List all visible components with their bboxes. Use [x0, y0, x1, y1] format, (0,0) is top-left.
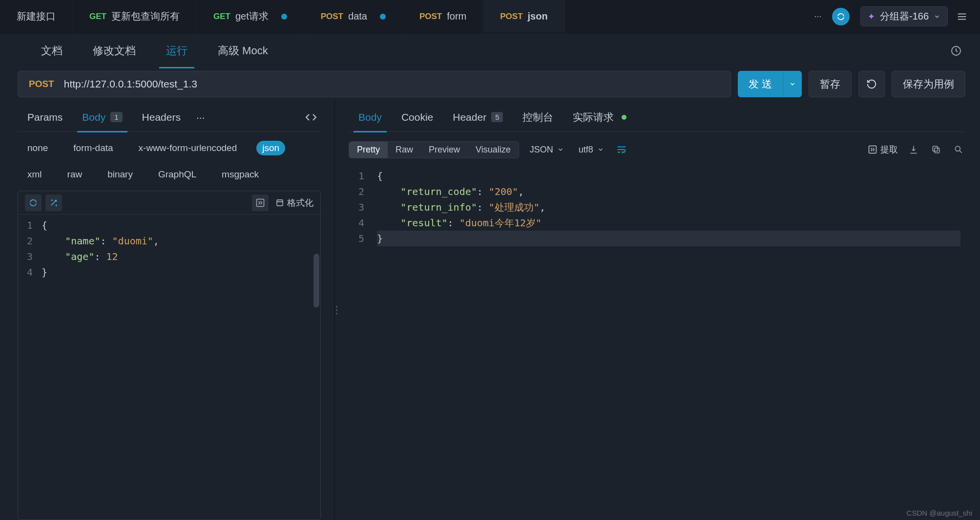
- tab-more-icon[interactable]: ···: [190, 103, 211, 132]
- tab-title: json: [528, 11, 548, 22]
- editor-scrollbar[interactable]: [313, 254, 319, 307]
- watermark-label: CSDN @august_shi: [907, 509, 972, 517]
- body-type-binary[interactable]: binary: [102, 167, 139, 182]
- header-count-badge: 5: [491, 112, 503, 122]
- unsaved-dot-icon: [281, 14, 287, 20]
- tab-title: 新建接口: [17, 10, 56, 23]
- send-dropdown-button[interactable]: [783, 71, 802, 97]
- reset-button[interactable]: [858, 71, 885, 97]
- response-format-select[interactable]: JSON: [526, 145, 568, 155]
- request-method-label[interactable]: POST: [29, 79, 54, 89]
- resp-tab-body-label: Body: [358, 111, 382, 123]
- tab-params-label: Params: [27, 111, 63, 123]
- url-bar[interactable]: POST http://127.0.0.1:5000/test_1.3: [18, 71, 731, 97]
- refresh-icon[interactable]: [832, 8, 850, 25]
- resp-tab-cookie[interactable]: Cookie: [392, 103, 443, 132]
- response-charset-select[interactable]: utf8: [575, 145, 608, 155]
- subnav-运行[interactable]: 运行: [154, 33, 199, 68]
- resp-tab-cookie-label: Cookie: [401, 111, 433, 123]
- tab-title: form: [447, 11, 466, 22]
- subnav-高级 Mock[interactable]: 高级 Mock: [206, 33, 280, 68]
- body-type-msgpack[interactable]: msgpack: [216, 167, 265, 182]
- body-count-badge: 1: [110, 112, 122, 122]
- resp-tab-console[interactable]: 控制台: [513, 103, 563, 132]
- response-inner-tabs: Body Cookie Header5 控制台 实际请求: [349, 103, 965, 132]
- subnav-文档[interactable]: 文档: [29, 33, 74, 68]
- body-type-selector: noneform-datax-www-form-urlencodedjsonxm…: [18, 132, 321, 186]
- wrap-toggle-icon[interactable]: [615, 143, 628, 156]
- more-tabs-icon[interactable]: ···: [809, 7, 827, 26]
- tab-title: 更新包查询所有: [111, 10, 180, 23]
- top-tab-strip: 新建接口GET更新包查询所有GETget请求POSTdataPOSTformPO…: [0, 0, 980, 33]
- tab-headers[interactable]: Headers: [132, 103, 190, 132]
- save-draft-button[interactable]: 暂存: [809, 71, 852, 97]
- subnav-修改文档[interactable]: 修改文档: [81, 33, 147, 68]
- tab-params[interactable]: Params: [18, 103, 72, 132]
- svg-point-6: [955, 146, 960, 151]
- request-code-area[interactable]: 1234 { "name": "duomi", "age": 12}: [18, 215, 320, 520]
- response-format-label: JSON: [530, 145, 553, 155]
- top-tab-2[interactable]: GETget请求: [197, 0, 304, 33]
- view-mode-visualize[interactable]: Visualize: [468, 142, 519, 158]
- request-inner-tabs: Params Body1 Headers ···: [18, 103, 321, 132]
- svg-rect-4: [935, 148, 939, 153]
- top-tab-0[interactable]: 新建接口: [0, 0, 73, 33]
- code-icon[interactable]: [301, 103, 321, 132]
- resp-tab-body[interactable]: Body: [349, 103, 392, 132]
- resp-tab-header-label: Header: [453, 111, 486, 123]
- body-type-json[interactable]: json: [256, 141, 285, 155]
- group-selector[interactable]: ✦分组器-166: [860, 6, 948, 26]
- view-mode-raw[interactable]: Raw: [388, 142, 421, 158]
- top-tab-5[interactable]: POSTjson: [483, 0, 564, 33]
- body-type-none[interactable]: none: [21, 141, 54, 155]
- extract-var-icon[interactable]: [252, 195, 269, 211]
- top-tab-3[interactable]: POSTdata: [304, 0, 403, 33]
- extract-button[interactable]: 提取: [868, 144, 898, 155]
- method-label: POST: [419, 12, 442, 22]
- magic-icon[interactable]: [45, 195, 62, 211]
- request-row: POST http://127.0.0.1:5000/test_1.3 发 送 …: [0, 68, 980, 100]
- group-icon: ✦: [868, 11, 875, 22]
- tab-title: data: [348, 11, 367, 22]
- history-icon[interactable]: [947, 42, 965, 60]
- body-type-form-data[interactable]: form-data: [67, 141, 119, 155]
- sub-navigation: 文档修改文档运行高级 Mock: [0, 33, 980, 68]
- body-type-xml[interactable]: xml: [21, 167, 48, 182]
- body-type-GraphQL[interactable]: GraphQL: [152, 167, 202, 182]
- download-icon[interactable]: [907, 143, 920, 156]
- view-mode-preview[interactable]: Preview: [421, 142, 468, 158]
- top-tab-1[interactable]: GET更新包查询所有: [73, 0, 197, 33]
- actual-status-dot: [622, 115, 626, 120]
- unsaved-dot-icon: [380, 14, 386, 20]
- format-button[interactable]: 格式化: [275, 197, 313, 209]
- body-type-raw[interactable]: raw: [62, 167, 88, 182]
- view-mode-pretty[interactable]: Pretty: [349, 142, 388, 158]
- request-panel: Params Body1 Headers ··· noneform-datax-…: [0, 100, 335, 520]
- save-as-case-button[interactable]: 保存为用例: [892, 71, 965, 97]
- svg-rect-5: [933, 146, 938, 151]
- sync-icon[interactable]: [25, 195, 42, 211]
- method-label: POST: [321, 12, 343, 22]
- body-type-x-www-form-urlencoded[interactable]: x-www-form-urlencoded: [133, 141, 243, 155]
- svg-rect-2: [277, 200, 283, 206]
- menu-icon[interactable]: [953, 7, 971, 26]
- top-tab-4[interactable]: POSTform: [403, 0, 483, 33]
- search-icon[interactable]: [952, 143, 965, 156]
- tab-body[interactable]: Body1: [72, 103, 132, 132]
- response-code-area[interactable]: 12345 { "return_code": "200", "return_in…: [349, 166, 965, 520]
- resp-tab-actual[interactable]: 实际请求: [563, 103, 636, 132]
- response-charset-label: utf8: [579, 145, 593, 155]
- copy-icon[interactable]: [929, 143, 943, 156]
- method-label: GET: [89, 12, 106, 22]
- method-label: GET: [213, 12, 230, 22]
- tab-title: get请求: [235, 10, 269, 23]
- view-mode-segment: PrettyRawPreviewVisualize: [349, 141, 519, 158]
- response-panel: Body Cookie Header5 控制台 实际请求 PrettyRawPr…: [338, 100, 980, 520]
- request-url-input[interactable]: http://127.0.0.1:5000/test_1.3: [64, 78, 197, 90]
- group-label: 分组器-166: [880, 10, 929, 23]
- resp-tab-header[interactable]: Header5: [443, 103, 513, 132]
- method-label: POST: [500, 12, 522, 22]
- send-button[interactable]: 发 送: [738, 71, 783, 97]
- resp-tab-actual-label: 实际请求: [573, 110, 614, 124]
- extract-label: 提取: [880, 144, 898, 155]
